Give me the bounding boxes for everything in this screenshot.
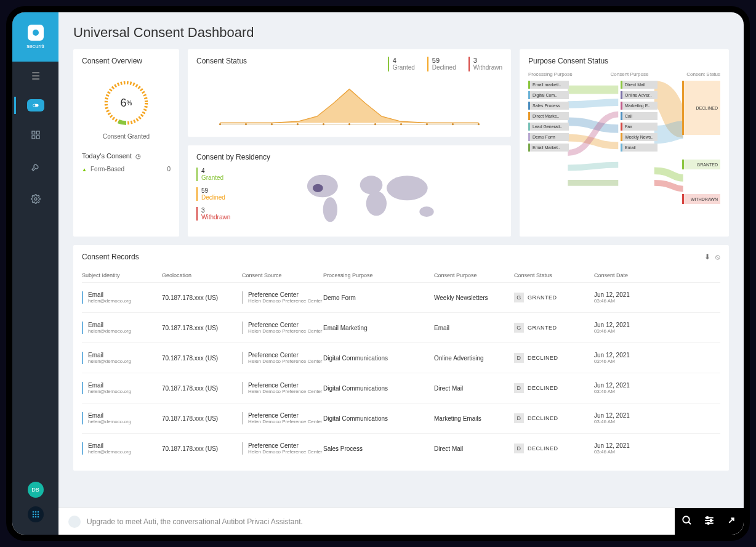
svg-point-31: [323, 197, 337, 222]
sankey-node[interactable]: Sales Process: [528, 102, 569, 110]
residency-granted: 4Granted: [196, 168, 230, 181]
cell-source: Preference CenterHelen Democo Preference…: [242, 322, 323, 334]
purpose-consent-card: Purpose Consent Status Processing Purpos…: [520, 49, 729, 237]
cell-identity: Emailhelen@democo.org: [82, 442, 162, 455]
brand-text: securiti: [26, 43, 44, 49]
consent-records-card: Consent Records ⬇ ⦸ Subject Identity Geo…: [73, 245, 729, 471]
sankey-node[interactable]: Online Adver..: [621, 91, 657, 99]
cell-identity: Emailhelen@democo.org: [82, 382, 162, 394]
chat-icon[interactable]: [68, 516, 81, 528]
cell-processing: Digital Communications: [323, 355, 434, 362]
user-avatar[interactable]: DB: [28, 482, 44, 498]
svg-point-27: [426, 123, 428, 125]
cell-identity: Emailhelen@democo.org: [82, 291, 162, 304]
cell-date: Jun 12, 202103:46 AM: [594, 322, 656, 334]
overview-title: Consent Overview: [82, 57, 171, 65]
svg-point-24: [348, 123, 350, 125]
cell-consent-purpose: Online Advertising: [434, 355, 514, 362]
cell-source: Preference CenterHelen Democo Preference…: [242, 382, 323, 394]
sankey-node[interactable]: Email marketi..: [528, 81, 569, 89]
table-row[interactable]: Emailhelen@democo.org70.187.178.xxx (US)…: [82, 312, 720, 342]
sankey-node[interactable]: Marketing E..: [621, 102, 657, 110]
sankey-node[interactable]: Weekly News..: [621, 133, 657, 141]
svg-point-34: [387, 176, 428, 200]
table-row[interactable]: Emailhelen@democo.org70.187.178.xxx (US)…: [82, 342, 720, 373]
expand-icon[interactable]: [724, 515, 739, 529]
sankey-node[interactable]: Fax: [621, 123, 657, 131]
apps-launcher-icon[interactable]: [28, 506, 44, 522]
metric-withdrawn: 3Withdrawn: [468, 57, 502, 71]
table-row[interactable]: Emailhelen@democo.org70.187.178.xxx (US)…: [82, 403, 720, 433]
svg-point-15: [37, 516, 39, 518]
download-icon[interactable]: ⬇: [704, 253, 710, 261]
cell-consent-purpose: Direct Mail: [434, 385, 514, 392]
svg-point-20: [245, 123, 247, 125]
sankey-node[interactable]: GRANTED: [682, 160, 720, 169]
search-icon[interactable]: [680, 515, 694, 529]
sankey-col2-header: Consent Purpose: [611, 71, 649, 77]
svg-point-30: [307, 175, 338, 198]
cell-status: DDECLINED: [514, 444, 594, 453]
cell-date: Jun 12, 202103:46 AM: [594, 412, 656, 424]
menu-toggle-icon[interactable]: ☰: [31, 70, 40, 82]
svg-point-33: [366, 191, 387, 216]
cell-consent-purpose: Marketing Emails: [434, 415, 514, 422]
metric-declined: 59Declined: [427, 57, 456, 71]
sidebar: securiti ☰ DB: [12, 12, 58, 535]
sankey-node[interactable]: WITHDRAWN: [682, 194, 720, 204]
cell-date: Jun 12, 202103:46 AM: [594, 442, 656, 455]
svg-rect-3: [36, 131, 39, 134]
sankey-chart[interactable]: Email marketi..Digital Com..Sales Proces…: [528, 81, 720, 204]
sankey-node[interactable]: Email Market..: [528, 144, 569, 152]
nav-consent-icon[interactable]: [27, 99, 44, 111]
residency-title: Consent by Residency: [196, 153, 502, 161]
filter-icon[interactable]: [702, 515, 717, 529]
svg-point-10: [32, 514, 34, 516]
svg-point-23: [323, 123, 324, 125]
residency-withdrawn: 3Withdrawn: [196, 207, 230, 221]
sankey-node[interactable]: Direct Marke..: [528, 112, 569, 120]
svg-point-8: [34, 511, 36, 513]
svg-point-21: [271, 123, 273, 125]
consent-gauge: 6%: [100, 76, 153, 129]
svg-point-37: [683, 516, 690, 523]
consent-residency-card: Consent by Residency 4Granted 59Declined…: [188, 145, 511, 237]
sankey-node[interactable]: Call: [621, 112, 657, 120]
svg-point-1: [33, 104, 35, 107]
cell-date: Jun 12, 202103:46 AM: [594, 382, 656, 394]
residency-declined: 59Declined: [196, 187, 230, 201]
table-row[interactable]: Emailhelen@democo.org70.187.178.xxx (US)…: [82, 433, 720, 463]
world-map[interactable]: [240, 168, 502, 229]
sankey-node[interactable]: DECLINED: [682, 81, 720, 135]
svg-point-44: [707, 522, 709, 524]
svg-point-14: [34, 516, 36, 518]
visibility-off-icon[interactable]: ⦸: [715, 253, 720, 261]
cell-identity: Emailhelen@democo.org: [82, 412, 162, 424]
sankey-node[interactable]: Direct Mail: [621, 81, 657, 89]
cell-consent-purpose: Weekly Newsletters: [434, 294, 514, 301]
cell-source: Preference CenterHelen Democo Preference…: [242, 412, 323, 424]
cell-date: Jun 12, 202103:46 AM: [594, 291, 656, 304]
svg-point-32: [360, 176, 383, 194]
nav-settings-icon[interactable]: [27, 190, 44, 208]
svg-point-22: [297, 123, 299, 125]
sankey-node[interactable]: Digital Com..: [528, 91, 569, 99]
cell-processing: Digital Communications: [323, 385, 434, 392]
today-form-based-row: ▲Form-Based 0: [82, 166, 171, 172]
brand-logo[interactable]: securiti: [12, 12, 58, 62]
cell-processing: Demo Form: [323, 294, 434, 301]
svg-point-19: [219, 123, 221, 125]
sankey-col3-header: Consent Status: [686, 71, 720, 77]
nav-tools-icon[interactable]: [27, 158, 44, 176]
nav-dashboard-icon[interactable]: [27, 126, 44, 144]
svg-point-35: [419, 206, 433, 217]
sankey-node[interactable]: Lead Generati..: [528, 123, 569, 131]
table-row[interactable]: Emailhelen@democo.org70.187.178.xxx (US)…: [82, 373, 720, 403]
table-row[interactable]: Emailhelen@democo.org70.187.178.xxx (US)…: [82, 282, 720, 312]
consent-area-chart: [196, 78, 502, 129]
sankey-node[interactable]: Email: [621, 144, 657, 152]
sankey-col1-header: Processing Purpose: [528, 71, 573, 77]
sankey-node[interactable]: Demo Form: [528, 133, 569, 141]
svg-line-38: [688, 522, 691, 524]
cell-processing: Digital Communications: [323, 415, 434, 422]
